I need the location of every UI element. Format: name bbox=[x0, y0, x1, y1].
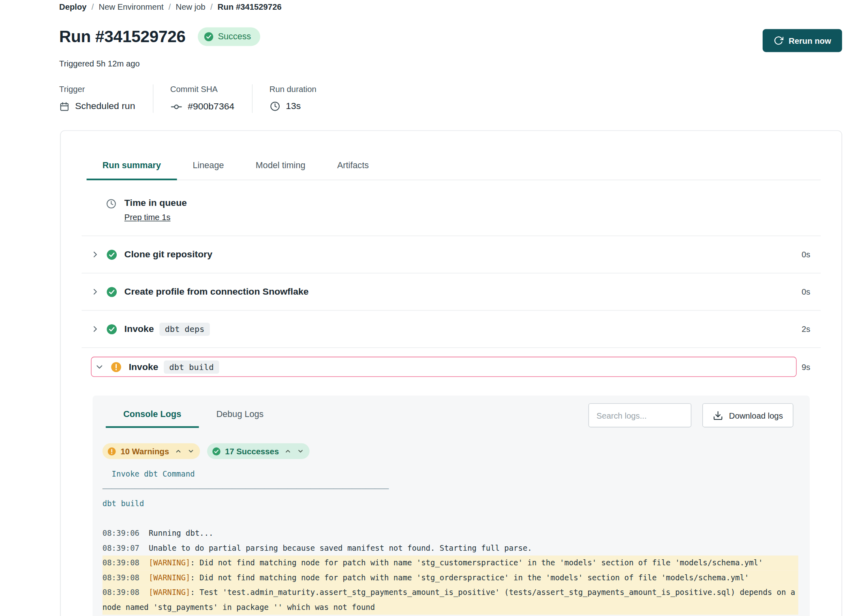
check-circle-icon bbox=[106, 249, 117, 260]
breadcrumb-separator: / bbox=[210, 2, 213, 11]
warnings-badge[interactable]: 10 Warnings bbox=[103, 443, 200, 459]
caret-down-icon[interactable] bbox=[187, 447, 195, 455]
log-filter-badges: 10 Warnings 17 Successes bbox=[103, 443, 810, 459]
breadcrumb: Deploy / New Environment / New job / Run… bbox=[59, 1, 842, 12]
console-log-output: Invoke dbt Command ─────────────────────… bbox=[92, 467, 810, 615]
step-clone-git-repository[interactable]: Clone git repository 0s bbox=[81, 235, 821, 273]
caret-up-icon[interactable] bbox=[284, 447, 292, 455]
caret-down-icon[interactable] bbox=[297, 447, 304, 455]
run-duration-value: 13s bbox=[286, 101, 301, 112]
step-label: Invoke bbox=[124, 323, 154, 334]
breadcrumb-environment[interactable]: New Environment bbox=[99, 2, 164, 11]
status-badge: Success bbox=[198, 28, 261, 46]
warning-circle-icon bbox=[107, 447, 116, 456]
clock-icon bbox=[106, 198, 117, 222]
run-detail-card: Run summary Lineage Model timing Artifac… bbox=[60, 130, 842, 616]
trigger-label: Trigger bbox=[59, 84, 135, 94]
check-circle-icon bbox=[212, 447, 221, 456]
tab-debug-logs[interactable]: Debug Logs bbox=[199, 403, 281, 428]
step-duration: 9s bbox=[797, 362, 821, 372]
time-in-queue: Time in queue Prep time 1s bbox=[81, 180, 821, 236]
breadcrumb-deploy[interactable]: Deploy bbox=[59, 2, 87, 11]
rerun-now-button[interactable]: Rerun now bbox=[762, 29, 842, 52]
meta-commit: Commit SHA #900b7364 bbox=[153, 84, 252, 113]
successes-badge[interactable]: 17 Successes bbox=[207, 443, 310, 459]
download-logs-button[interactable]: Download logs bbox=[702, 403, 794, 427]
chevron-right-icon[interactable] bbox=[91, 250, 99, 259]
search-logs-input[interactable] bbox=[588, 403, 691, 427]
caret-up-icon[interactable] bbox=[175, 447, 182, 455]
log-line: dbt build bbox=[103, 496, 798, 511]
commit-sha-label: Commit SHA bbox=[170, 84, 234, 94]
clock-icon bbox=[270, 101, 280, 112]
step-command-chip: dbt build bbox=[164, 360, 219, 373]
log-line-warning: 08:39:08[WARNING]: Did not find matching… bbox=[103, 570, 798, 585]
log-line-warning: 08:39:08[WARNING]: Test 'test.admin_matu… bbox=[103, 585, 798, 615]
prep-time-link[interactable]: Prep time 1s bbox=[124, 213, 171, 222]
step-label: Create profile from connection Snowflake bbox=[124, 286, 309, 297]
calendar-icon bbox=[59, 101, 70, 111]
log-line: 08:39:06Running dbt... bbox=[103, 526, 798, 541]
rerun-icon bbox=[773, 36, 783, 45]
log-divider-line: ────────────────────────────────────────… bbox=[103, 481, 798, 496]
time-in-queue-title: Time in queue bbox=[124, 198, 187, 209]
step-label: Clone git repository bbox=[124, 249, 212, 260]
step-command-chip: dbt deps bbox=[159, 323, 210, 336]
meta-trigger: Trigger Scheduled run bbox=[59, 84, 153, 113]
header: Run #341529726 Success Rerun now bbox=[59, 21, 842, 52]
breadcrumb-separator: / bbox=[169, 2, 171, 11]
page-title: Run #341529726 bbox=[59, 28, 186, 46]
step-duration: 0s bbox=[797, 287, 821, 296]
trigger-value: Scheduled run bbox=[75, 101, 135, 112]
step-duration: 0s bbox=[797, 250, 821, 259]
chevron-down-icon[interactable] bbox=[95, 363, 103, 371]
status-badge-label: Success bbox=[218, 32, 251, 41]
triggered-ago-text: Triggered 5h 12m ago bbox=[59, 59, 842, 68]
download-logs-label: Download logs bbox=[729, 411, 783, 420]
log-header: Console Logs Debug Logs Download logs bbox=[92, 396, 810, 428]
breadcrumb-separator: / bbox=[92, 2, 94, 11]
step-invoke-dbt-deps[interactable]: Invoke dbt deps 2s bbox=[81, 310, 821, 347]
log-line: Invoke dbt Command bbox=[103, 467, 798, 482]
step-invoke-dbt-build-row: Invoke dbt build 9s bbox=[81, 357, 821, 377]
check-circle-icon bbox=[203, 32, 213, 41]
run-duration-label: Run duration bbox=[270, 84, 317, 94]
step-label: Invoke bbox=[129, 361, 158, 372]
step-duration: 2s bbox=[797, 324, 821, 334]
breadcrumb-job[interactable]: New job bbox=[176, 2, 205, 11]
warnings-badge-label: 10 Warnings bbox=[120, 447, 169, 456]
log-line: 08:39:07Unable to do partial parsing bec… bbox=[103, 541, 798, 556]
chevron-right-icon[interactable] bbox=[91, 325, 99, 333]
tab-run-summary[interactable]: Run summary bbox=[87, 153, 177, 180]
tab-console-logs[interactable]: Console Logs bbox=[106, 403, 199, 428]
successes-badge-label: 17 Successes bbox=[225, 447, 279, 456]
download-icon bbox=[712, 410, 723, 421]
tab-lineage[interactable]: Lineage bbox=[177, 153, 240, 180]
log-blank-line bbox=[103, 511, 798, 526]
log-panel: Console Logs Debug Logs Download logs bbox=[92, 396, 810, 616]
tab-model-timing[interactable]: Model timing bbox=[240, 153, 321, 180]
step-create-profile[interactable]: Create profile from connection Snowflake… bbox=[81, 273, 821, 310]
run-meta: Trigger Scheduled run Commit SHA #900b73… bbox=[59, 84, 842, 113]
check-circle-icon bbox=[106, 323, 117, 334]
commit-sha-value[interactable]: #900b7364 bbox=[188, 101, 234, 112]
meta-duration: Run duration 13s bbox=[252, 84, 334, 113]
warning-circle-icon bbox=[111, 361, 122, 372]
chevron-right-icon[interactable] bbox=[91, 288, 99, 296]
page: Deploy / New Environment / New job / Run… bbox=[0, 0, 847, 616]
check-circle-icon bbox=[106, 286, 117, 297]
git-commit-icon bbox=[170, 101, 182, 113]
run-tabs: Run summary Lineage Model timing Artifac… bbox=[87, 153, 821, 180]
step-invoke-dbt-build[interactable]: Invoke dbt build bbox=[91, 357, 796, 377]
tab-artifacts[interactable]: Artifacts bbox=[321, 153, 385, 180]
step-list: Clone git repository 0s Create profile f… bbox=[81, 235, 821, 348]
log-line-warning: 08:39:08[WARNING]: Did not find matching… bbox=[103, 556, 798, 571]
breadcrumb-current-run: Run #341529726 bbox=[218, 2, 282, 11]
rerun-now-label: Rerun now bbox=[789, 36, 831, 45]
